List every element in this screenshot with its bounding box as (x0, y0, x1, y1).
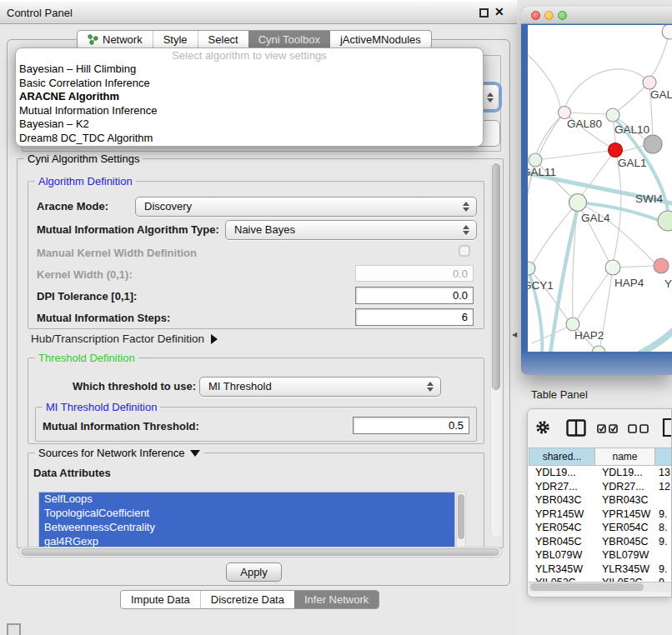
settings-horizontal-scrollbar[interactable] (18, 547, 502, 558)
hub-definition-toggle[interactable]: Hub/Transcription Factor Definition (31, 332, 218, 345)
network-canvas[interactable]: GALGAL80GAL10GAL1GAL11SWI4GAL4GCY1HAP4YH… (528, 25, 672, 352)
tab-jactivemnodules[interactable]: jActiveMNodules (330, 31, 431, 48)
network-node[interactable] (662, 25, 672, 39)
network-node-y[interactable] (654, 258, 669, 273)
network-node-gal[interactable] (643, 76, 656, 89)
kernel-width-field[interactable]: 0.0 (355, 265, 474, 282)
algorithm-dropdown-popup: Select algorithm to view settings Bayesi… (15, 48, 484, 147)
cyni-bottom-tabstrip: Impute DataDiscretize DataInfer Network (120, 590, 379, 609)
attribute-item-betweennesscentrality[interactable]: BetweennessCentrality (39, 521, 454, 535)
close-icon[interactable]: ✕ (494, 5, 504, 18)
network-window-titlebar[interactable] (521, 7, 672, 24)
minimized-panel-icon[interactable] (7, 623, 21, 635)
table-row[interactable]: YBR043CYBR043C (529, 493, 672, 508)
column-header-2[interactable] (655, 448, 672, 466)
table-horizontal-scrollbar[interactable] (529, 582, 672, 592)
float-window-icon[interactable] (479, 8, 489, 18)
mac-close-icon[interactable] (531, 11, 540, 20)
network-edge (578, 268, 613, 318)
network-edge (565, 69, 649, 107)
table-row[interactable]: YDR27...YDR27...12 (529, 480, 672, 494)
data-attributes-list[interactable]: SelfLoopsTopologicalCoefficientBetweenne… (38, 492, 455, 550)
popup-item-bayesian-hill-climbing[interactable]: Bayesian – Hill Climbing (16, 62, 483, 77)
tab-select[interactable]: Select (198, 31, 248, 48)
file-icon[interactable] (662, 418, 672, 438)
network-node[interactable] (592, 346, 605, 352)
tab-label: Select (208, 33, 238, 46)
bottom-tab-impute-data[interactable]: Impute Data (121, 591, 200, 608)
bottom-tab-infer-network[interactable]: Infer Network (294, 591, 379, 608)
table-row[interactable]: YIL052CYIL052C9 (529, 576, 672, 582)
popup-item-dream8-dc-tdc-algorithm[interactable]: Dream8 DC_TDC Algorithm (16, 132, 483, 146)
threshold-definition-title: Threshold Definition (35, 352, 138, 364)
table-row[interactable]: YPR145WYPR145W9. (529, 508, 672, 522)
columns-icon[interactable] (566, 419, 586, 437)
popup-prompt: Select algorithm to view settings (16, 49, 483, 62)
network-node-hap4[interactable] (605, 260, 620, 275)
table-cell: 8. (655, 521, 672, 535)
popup-item-mutual-information-inference[interactable]: Mutual Information Inference (16, 104, 483, 118)
bottom-tab-discretize-data[interactable]: Discretize Data (200, 591, 294, 608)
sources-group-title[interactable]: Sources for Network Inference (35, 447, 203, 459)
table-cell (655, 493, 672, 508)
mac-minimize-icon[interactable] (544, 11, 554, 20)
tab-label: Cyni Toolbox (258, 33, 320, 46)
attributes-scrollbar[interactable] (456, 492, 466, 550)
mi-type-combobox[interactable]: Naive Bayes (225, 220, 477, 240)
which-threshold-combobox[interactable]: MI Threshold (199, 377, 441, 397)
node-label-hap4: HAP4 (614, 277, 644, 289)
aracne-mode-combobox[interactable]: Discovery (135, 197, 477, 217)
mi-steps-field[interactable]: 6 (355, 308, 474, 326)
tab-network[interactable]: Network (78, 31, 153, 48)
gear-icon[interactable] (535, 420, 550, 435)
network-node-swi4[interactable] (658, 211, 672, 231)
network-node-gal10[interactable] (606, 108, 619, 122)
which-threshold-label: Which threshold to use: (73, 380, 196, 392)
table-row[interactable]: YLR345WYLR345W9. (529, 562, 672, 577)
table-cell: YER054C (529, 521, 595, 535)
column-header-shared[interactable]: shared... (529, 448, 595, 466)
table-cell: YDR27... (595, 480, 655, 494)
network-node-gal11[interactable] (529, 153, 542, 167)
checked-pair-icon[interactable] (597, 424, 619, 433)
cyni-algorithm-settings-group: Cyni Algorithm Settings Algorithm Defini… (17, 158, 504, 548)
mi-threshold-field[interactable]: 0.5 (353, 417, 469, 434)
network-icon (88, 34, 98, 45)
node-label-gal80: GAL80 (567, 118, 602, 130)
table-row[interactable]: YER054CYER054C8. (529, 521, 672, 535)
network-node-gal1[interactable] (609, 143, 623, 158)
table-cell: 9 (655, 576, 672, 582)
table-cell: YER054C (595, 521, 655, 535)
popup-item-bayesian-k2[interactable]: Bayesian – K2 (16, 118, 483, 132)
mac-zoom-icon[interactable] (558, 11, 567, 20)
apply-button[interactable]: Apply (226, 562, 282, 582)
mi-threshold-group-title: MI Threshold Definition (43, 401, 160, 413)
combo-stepper-icon (485, 85, 495, 109)
popup-item-basic-correlation-inference[interactable]: Basic Correlation Inference (16, 77, 483, 91)
column-header-name[interactable]: name (595, 448, 655, 466)
table-row[interactable]: YDL19...YDL19...13 (529, 466, 672, 480)
panel-divider-grip[interactable]: ◀ (512, 331, 517, 338)
network-node[interactable] (644, 135, 662, 153)
network-node-gal4[interactable] (569, 194, 587, 212)
popup-item-aracne-algorithm[interactable]: ARACNE Algorithm (16, 90, 483, 104)
attribute-item-selfloops[interactable]: SelfLoops (39, 492, 454, 507)
tab-cyni-toolbox[interactable]: Cyni Toolbox (248, 31, 330, 48)
manual-kernel-checkbox[interactable] (459, 245, 470, 257)
network-node-gcy1[interactable] (528, 262, 535, 275)
network-view-window: GALGAL80GAL10GAL1GAL11SWI4GAL4GCY1HAP4YH… (521, 7, 672, 375)
table-cell: 9. (655, 562, 672, 577)
table-row[interactable]: YBR045CYBR045C9. (529, 535, 672, 549)
node-label-gal: GAL (650, 88, 672, 101)
table-row[interactable]: YBL079WYBL079W (529, 548, 672, 562)
mi-type-label: Mutual Information Algorithm Type: (37, 223, 219, 236)
attribute-item-topologicalcoefficient[interactable]: TopologicalCoefficient (39, 507, 454, 521)
sources-title-text: Sources for Network Inference (38, 447, 185, 459)
settings-vertical-scrollbar[interactable] (490, 162, 501, 537)
mi-type-value: Naive Bayes (234, 223, 295, 236)
tab-style[interactable]: Style (153, 31, 198, 48)
dpi-tolerance-field[interactable]: 0.0 (355, 287, 474, 304)
table-cell: YBR045C (529, 535, 595, 549)
unchecked-pair-icon[interactable] (628, 424, 649, 433)
combo-stepper-icon (425, 378, 435, 396)
